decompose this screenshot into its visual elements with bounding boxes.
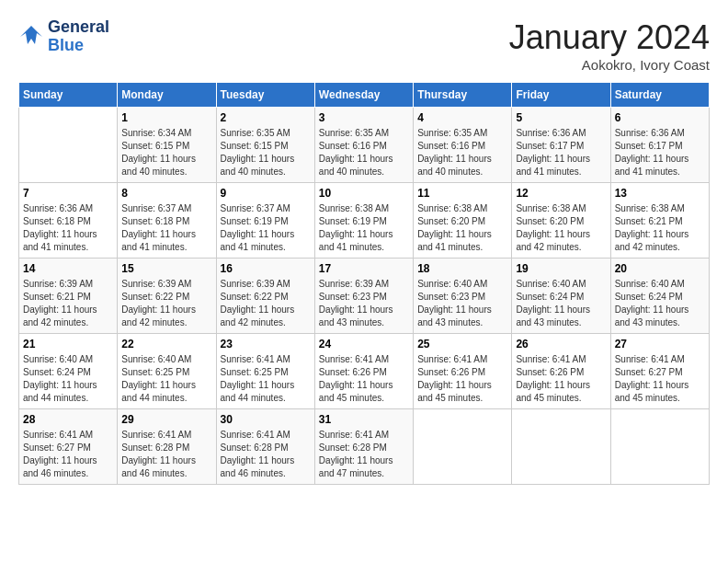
day-number: 30 — [221, 413, 311, 426]
calendar-day-cell: 12Sunrise: 6:38 AM Sunset: 6:20 PM Dayli… — [512, 183, 610, 259]
calendar-day-cell: 5Sunrise: 6:36 AM Sunset: 6:17 PM Daylig… — [512, 108, 610, 183]
svg-marker-0 — [20, 26, 42, 44]
calendar-day-cell: 11Sunrise: 6:38 AM Sunset: 6:20 PM Dayli… — [414, 183, 512, 259]
day-number: 17 — [319, 262, 409, 275]
day-detail: Sunrise: 6:40 AM Sunset: 6:25 PM Dayligh… — [121, 353, 211, 405]
calendar-day-cell: 30Sunrise: 6:41 AM Sunset: 6:28 PM Dayli… — [216, 409, 314, 485]
day-detail: Sunrise: 6:36 AM Sunset: 6:18 PM Dayligh… — [23, 202, 113, 254]
calendar-day-cell — [19, 108, 118, 183]
day-number: 4 — [417, 111, 507, 124]
day-number: 8 — [121, 187, 211, 200]
day-detail: Sunrise: 6:38 AM Sunset: 6:20 PM Dayligh… — [516, 202, 606, 254]
day-number: 27 — [615, 338, 705, 350]
day-detail: Sunrise: 6:39 AM Sunset: 6:23 PM Dayligh… — [319, 278, 409, 329]
day-number: 10 — [319, 187, 409, 200]
calendar-day-cell: 19Sunrise: 6:40 AM Sunset: 6:24 PM Dayli… — [512, 259, 610, 334]
day-detail: Sunrise: 6:35 AM Sunset: 6:16 PM Dayligh… — [319, 127, 409, 178]
day-number: 11 — [417, 187, 507, 200]
day-detail: Sunrise: 6:35 AM Sunset: 6:16 PM Dayligh… — [417, 127, 507, 178]
day-detail: Sunrise: 6:38 AM Sunset: 6:19 PM Dayligh… — [319, 202, 409, 254]
day-detail: Sunrise: 6:41 AM Sunset: 6:28 PM Dayligh… — [121, 429, 211, 480]
day-detail: Sunrise: 6:38 AM Sunset: 6:20 PM Dayligh… — [417, 202, 507, 254]
day-number: 19 — [516, 262, 606, 275]
calendar-table: SundayMondayTuesdayWednesdayThursdayFrid… — [18, 82, 710, 485]
day-number: 24 — [319, 338, 409, 350]
day-detail: Sunrise: 6:41 AM Sunset: 6:27 PM Dayligh… — [615, 353, 705, 405]
day-number: 16 — [221, 262, 311, 275]
calendar-day-cell: 27Sunrise: 6:41 AM Sunset: 6:27 PM Dayli… — [610, 334, 709, 409]
day-number: 9 — [221, 187, 311, 200]
weekday-header-cell: Tuesday — [216, 83, 314, 108]
day-detail: Sunrise: 6:41 AM Sunset: 6:26 PM Dayligh… — [516, 353, 606, 405]
title-block: January 2024 Aokokro, Ivory Coast — [509, 18, 710, 73]
day-detail: Sunrise: 6:41 AM Sunset: 6:25 PM Dayligh… — [221, 353, 311, 405]
day-number: 1 — [121, 111, 211, 124]
calendar-week-row: 14Sunrise: 6:39 AM Sunset: 6:21 PM Dayli… — [19, 259, 710, 334]
day-detail: Sunrise: 6:36 AM Sunset: 6:17 PM Dayligh… — [615, 127, 705, 178]
day-number: 7 — [23, 187, 113, 200]
calendar-day-cell: 8Sunrise: 6:37 AM Sunset: 6:18 PM Daylig… — [118, 183, 216, 259]
calendar-day-cell: 26Sunrise: 6:41 AM Sunset: 6:26 PM Dayli… — [512, 334, 610, 409]
day-detail: Sunrise: 6:39 AM Sunset: 6:22 PM Dayligh… — [221, 278, 311, 329]
day-number: 23 — [221, 338, 311, 350]
calendar-day-cell: 31Sunrise: 6:41 AM Sunset: 6:28 PM Dayli… — [314, 409, 413, 485]
day-detail: Sunrise: 6:40 AM Sunset: 6:24 PM Dayligh… — [516, 278, 606, 329]
calendar-day-cell: 28Sunrise: 6:41 AM Sunset: 6:27 PM Dayli… — [19, 409, 118, 485]
day-detail: Sunrise: 6:35 AM Sunset: 6:15 PM Dayligh… — [221, 127, 311, 178]
day-detail: Sunrise: 6:41 AM Sunset: 6:28 PM Dayligh… — [319, 429, 409, 480]
day-number: 6 — [615, 111, 705, 124]
calendar-day-cell: 15Sunrise: 6:39 AM Sunset: 6:22 PM Dayli… — [118, 259, 216, 334]
calendar-day-cell: 10Sunrise: 6:38 AM Sunset: 6:19 PM Dayli… — [314, 183, 413, 259]
day-number: 21 — [23, 338, 113, 350]
weekday-header-cell: Monday — [118, 83, 216, 108]
calendar-day-cell: 9Sunrise: 6:37 AM Sunset: 6:19 PM Daylig… — [216, 183, 314, 259]
logo-text: General Blue — [48, 18, 109, 55]
day-number: 2 — [221, 111, 311, 124]
weekday-header-row: SundayMondayTuesdayWednesdayThursdayFrid… — [19, 83, 710, 108]
month-title: January 2024 — [509, 18, 710, 57]
calendar-day-cell: 1Sunrise: 6:34 AM Sunset: 6:15 PM Daylig… — [118, 108, 216, 183]
day-number: 3 — [319, 111, 409, 124]
calendar-body: 1Sunrise: 6:34 AM Sunset: 6:15 PM Daylig… — [19, 108, 710, 485]
calendar-day-cell: 2Sunrise: 6:35 AM Sunset: 6:15 PM Daylig… — [216, 108, 314, 183]
calendar-day-cell: 14Sunrise: 6:39 AM Sunset: 6:21 PM Dayli… — [19, 259, 118, 334]
day-detail: Sunrise: 6:41 AM Sunset: 6:26 PM Dayligh… — [319, 353, 409, 405]
day-number: 22 — [121, 338, 211, 350]
calendar-day-cell — [512, 409, 610, 485]
weekday-header-cell: Saturday — [610, 83, 709, 108]
calendar-day-cell: 29Sunrise: 6:41 AM Sunset: 6:28 PM Dayli… — [118, 409, 216, 485]
calendar-day-cell — [414, 409, 512, 485]
calendar-day-cell: 13Sunrise: 6:38 AM Sunset: 6:21 PM Dayli… — [610, 183, 709, 259]
location: Aokokro, Ivory Coast — [509, 57, 710, 73]
day-detail: Sunrise: 6:34 AM Sunset: 6:15 PM Dayligh… — [121, 127, 211, 178]
weekday-header-cell: Thursday — [414, 83, 512, 108]
day-number: 29 — [121, 413, 211, 426]
weekday-header-cell: Friday — [512, 83, 610, 108]
calendar-week-row: 28Sunrise: 6:41 AM Sunset: 6:27 PM Dayli… — [19, 409, 710, 485]
calendar-day-cell: 16Sunrise: 6:39 AM Sunset: 6:22 PM Dayli… — [216, 259, 314, 334]
day-detail: Sunrise: 6:40 AM Sunset: 6:24 PM Dayligh… — [23, 353, 113, 405]
day-detail: Sunrise: 6:40 AM Sunset: 6:24 PM Dayligh… — [615, 278, 705, 329]
calendar-week-row: 7Sunrise: 6:36 AM Sunset: 6:18 PM Daylig… — [19, 183, 710, 259]
day-detail: Sunrise: 6:37 AM Sunset: 6:19 PM Dayligh… — [221, 202, 311, 254]
calendar-week-row: 1Sunrise: 6:34 AM Sunset: 6:15 PM Daylig… — [19, 108, 710, 183]
day-detail: Sunrise: 6:39 AM Sunset: 6:22 PM Dayligh… — [121, 278, 211, 329]
day-number: 5 — [516, 111, 606, 124]
day-number: 12 — [516, 187, 606, 200]
day-detail: Sunrise: 6:40 AM Sunset: 6:23 PM Dayligh… — [417, 278, 507, 329]
logo-bird-icon — [18, 24, 44, 50]
calendar-day-cell: 23Sunrise: 6:41 AM Sunset: 6:25 PM Dayli… — [216, 334, 314, 409]
page-header: General Blue January 2024 Aokokro, Ivory… — [18, 18, 710, 73]
day-number: 31 — [319, 413, 409, 426]
day-detail: Sunrise: 6:36 AM Sunset: 6:17 PM Dayligh… — [516, 127, 606, 178]
calendar-day-cell: 25Sunrise: 6:41 AM Sunset: 6:26 PM Dayli… — [414, 334, 512, 409]
calendar-week-row: 21Sunrise: 6:40 AM Sunset: 6:24 PM Dayli… — [19, 334, 710, 409]
day-detail: Sunrise: 6:41 AM Sunset: 6:28 PM Dayligh… — [221, 429, 311, 480]
day-number: 13 — [615, 187, 705, 200]
day-detail: Sunrise: 6:41 AM Sunset: 6:27 PM Dayligh… — [23, 429, 113, 480]
day-number: 26 — [516, 338, 606, 350]
weekday-header-cell: Wednesday — [314, 83, 413, 108]
calendar-day-cell: 18Sunrise: 6:40 AM Sunset: 6:23 PM Dayli… — [414, 259, 512, 334]
calendar-day-cell: 7Sunrise: 6:36 AM Sunset: 6:18 PM Daylig… — [19, 183, 118, 259]
day-number: 14 — [23, 262, 113, 275]
